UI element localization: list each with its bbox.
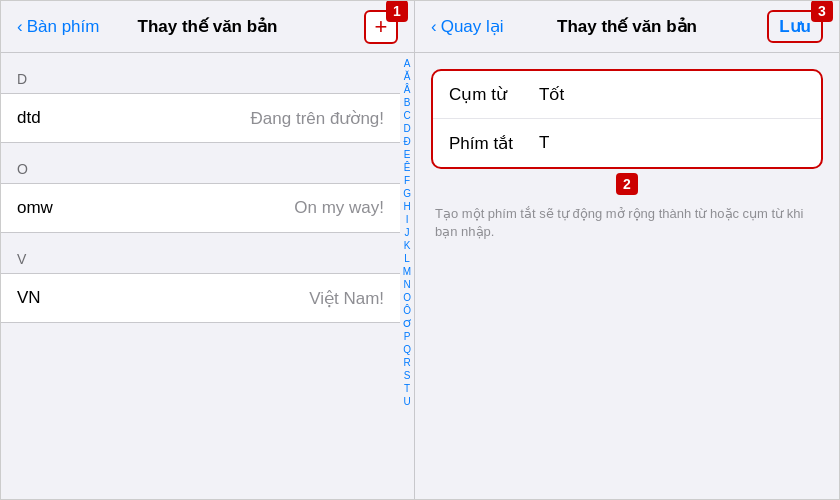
alpha-d-stroke[interactable]: Đ: [403, 135, 410, 148]
right-panel: ‹ Quay lại Thay thế văn bản Lưu 3 Cụm từ…: [415, 1, 839, 500]
alpha-e-circ[interactable]: Ê: [404, 161, 411, 174]
alpha-g[interactable]: G: [403, 187, 411, 200]
back-label-right: Quay lại: [441, 16, 504, 37]
form-section-wrapper: Cụm từ Tốt Phím tắt 2: [431, 69, 823, 169]
phrase-row: Cụm từ Tốt: [433, 71, 821, 119]
alpha-n[interactable]: N: [403, 278, 410, 291]
phrase-label: Cụm từ: [449, 84, 539, 105]
section-header-o: O: [1, 143, 400, 183]
alpha-e[interactable]: E: [404, 148, 411, 161]
badge-2: 2: [616, 173, 638, 195]
list-section-v: VN Việt Nam!: [1, 273, 400, 323]
item-value-dtd: Đang trên đường!: [251, 108, 384, 129]
alpha-a-circ[interactable]: Â: [404, 83, 411, 96]
section-header-v: V: [1, 233, 400, 273]
list-item[interactable]: dtd Đang trên đường!: [1, 94, 400, 142]
section-header-d: D: [1, 53, 400, 93]
alpha-q[interactable]: Q: [403, 343, 411, 356]
add-button-wrapper: + 1: [364, 10, 398, 44]
right-header: ‹ Quay lại Thay thế văn bản Lưu 3: [415, 1, 839, 53]
alpha-a-breve[interactable]: Ă: [404, 70, 411, 83]
alpha-r[interactable]: R: [403, 356, 410, 369]
list-section-d: dtd Đang trên đường!: [1, 93, 400, 143]
left-header: ‹ Bàn phím Thay thế văn bản + 1: [1, 1, 414, 53]
alpha-o-circ[interactable]: Ô: [403, 304, 411, 317]
back-button-right[interactable]: ‹ Quay lại: [431, 16, 504, 37]
list-section-o: omw On my way!: [1, 183, 400, 233]
alpha-o-horn[interactable]: Ơ: [403, 317, 412, 330]
alpha-f[interactable]: F: [404, 174, 410, 187]
save-label: Lưu: [779, 17, 811, 36]
alpha-index: A Ă Â B C D Đ E Ê F G H I J K L M N O Ô …: [400, 53, 414, 500]
alpha-d[interactable]: D: [403, 122, 410, 135]
chevron-left-icon: ‹: [17, 17, 23, 37]
save-button-wrapper: Lưu 3: [767, 10, 823, 43]
back-button-left[interactable]: ‹ Bàn phím: [17, 17, 99, 37]
alpha-l[interactable]: L: [404, 252, 410, 265]
item-value-omw: On my way!: [294, 198, 384, 218]
alpha-m[interactable]: M: [403, 265, 411, 278]
right-title: Thay thế văn bản: [557, 16, 697, 37]
alpha-j[interactable]: J: [405, 226, 410, 239]
shortcut-input[interactable]: [539, 133, 805, 153]
shortcut-label: Phím tắt: [449, 133, 539, 154]
chevron-left-icon-right: ‹: [431, 17, 437, 37]
phrase-value: Tốt: [539, 84, 805, 105]
left-content: D dtd Đang trên đường! O omw On my way! …: [1, 53, 414, 500]
alpha-a[interactable]: A: [404, 57, 411, 70]
item-key-dtd: dtd: [17, 108, 41, 128]
item-key-vn: VN: [17, 288, 41, 308]
alpha-h[interactable]: H: [403, 200, 410, 213]
list-item[interactable]: VN Việt Nam!: [1, 274, 400, 322]
alpha-c[interactable]: C: [403, 109, 410, 122]
shortcut-row[interactable]: Phím tắt: [433, 119, 821, 167]
alpha-b[interactable]: B: [404, 96, 411, 109]
list-area: D dtd Đang trên đường! O omw On my way! …: [1, 53, 400, 500]
alpha-t[interactable]: T: [404, 382, 410, 395]
hint-text: Tạo một phím tắt sẽ tự động mở rộng thàn…: [431, 205, 823, 241]
form-section: Cụm từ Tốt Phím tắt: [431, 69, 823, 169]
left-panel: ‹ Bàn phím Thay thế văn bản + 1 D dtd Đa…: [1, 1, 415, 500]
alpha-p[interactable]: P: [404, 330, 411, 343]
item-value-vn: Việt Nam!: [309, 288, 384, 309]
alpha-o[interactable]: O: [403, 291, 411, 304]
item-key-omw: omw: [17, 198, 53, 218]
badge-1: 1: [386, 0, 408, 22]
alpha-s[interactable]: S: [404, 369, 411, 382]
list-item[interactable]: omw On my way!: [1, 184, 400, 232]
right-content: Cụm từ Tốt Phím tắt 2 Tạo một phím tắt s…: [415, 53, 839, 500]
back-label-left: Bàn phím: [27, 17, 100, 37]
alpha-i[interactable]: I: [406, 213, 409, 226]
alpha-k[interactable]: K: [404, 239, 411, 252]
alpha-u[interactable]: U: [403, 395, 410, 408]
badge-3: 3: [811, 0, 833, 22]
left-title: Thay thế văn bản: [138, 16, 278, 37]
